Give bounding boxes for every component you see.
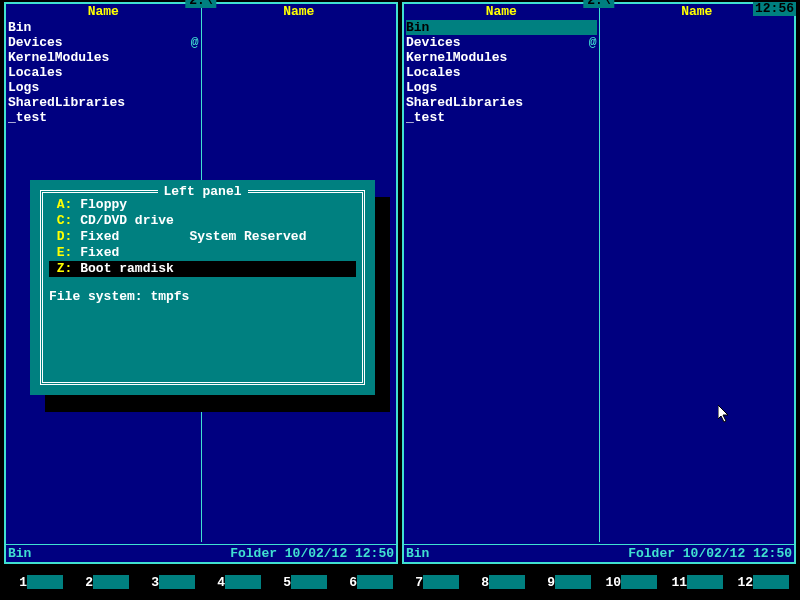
fkey-label <box>753 575 789 589</box>
fkey-10[interactable]: 10 <box>605 575 657 590</box>
fkey-7[interactable]: 7 <box>407 575 459 590</box>
panel-status: BinFolder 10/02/12 12:50 <box>6 544 396 562</box>
fkey-2[interactable]: 2 <box>77 575 129 590</box>
fkey-1[interactable]: 1 <box>11 575 63 590</box>
column-header[interactable]: Name <box>202 4 397 20</box>
fkey-label <box>357 575 393 589</box>
fkey-number: 9 <box>539 575 555 590</box>
fkey-number: 10 <box>605 575 621 590</box>
panel-path[interactable]: 2:\ <box>185 0 216 8</box>
drive-row[interactable]: A: Floppy <box>49 197 356 213</box>
fkey-number: 11 <box>671 575 687 590</box>
list-item[interactable]: Locales <box>406 65 597 80</box>
mouse-cursor-icon <box>718 405 730 423</box>
fkey-label <box>225 575 261 589</box>
list-item[interactable]: KernelModules <box>406 50 597 65</box>
fkey-11[interactable]: 11 <box>671 575 723 590</box>
symlink-mark: @ <box>589 35 597 50</box>
fkey-4[interactable]: 4 <box>209 575 261 590</box>
list-item[interactable]: SharedLibraries <box>406 95 597 110</box>
fkey-label <box>291 575 327 589</box>
fkey-number: 7 <box>407 575 423 590</box>
fkey-9[interactable]: 9 <box>539 575 591 590</box>
list-item[interactable]: Locales <box>8 65 199 80</box>
list-item[interactable]: Devices@ <box>406 35 597 50</box>
fkey-number: 12 <box>737 575 753 590</box>
fkey-number: 4 <box>209 575 225 590</box>
column-header[interactable]: Name <box>6 4 201 20</box>
drive-row[interactable]: E: Fixed <box>49 245 356 261</box>
fkey-label <box>93 575 129 589</box>
fkey-number: 8 <box>473 575 489 590</box>
status-info: Folder 10/02/12 12:50 <box>628 545 792 562</box>
list-item[interactable]: Bin <box>8 20 199 35</box>
symlink-mark: @ <box>191 35 199 50</box>
list-item[interactable]: _test <box>406 110 597 125</box>
column-header[interactable]: Name <box>404 4 599 20</box>
drive-select-dialog: Left panel A: Floppy C: CD/DVD drive D: … <box>30 180 375 395</box>
list-item[interactable]: SharedLibraries <box>8 95 199 110</box>
drive-row[interactable]: C: CD/DVD drive <box>49 213 356 229</box>
fkey-label <box>423 575 459 589</box>
drive-row[interactable]: D: Fixed System Reserved <box>49 229 356 245</box>
fkey-label <box>159 575 195 589</box>
fkey-number: 6 <box>341 575 357 590</box>
fkey-3[interactable]: 3 <box>143 575 195 590</box>
fkey-number: 3 <box>143 575 159 590</box>
list-item[interactable]: _test <box>8 110 199 125</box>
list-item[interactable]: Devices@ <box>8 35 199 50</box>
function-key-bar: 123456789101112 <box>0 574 800 590</box>
panel-status: BinFolder 10/02/12 12:50 <box>404 544 794 562</box>
status-name: Bin <box>8 545 31 562</box>
list-item[interactable]: Logs <box>8 80 199 95</box>
panel-column: Name <box>599 4 795 542</box>
fkey-label <box>555 575 591 589</box>
clock: 12:56 <box>753 2 796 16</box>
fkey-number: 1 <box>11 575 27 590</box>
list-item[interactable]: Bin <box>406 20 597 35</box>
fkey-label <box>621 575 657 589</box>
status-info: Folder 10/02/12 12:50 <box>230 545 394 562</box>
list-item[interactable]: Logs <box>406 80 597 95</box>
status-name: Bin <box>406 545 429 562</box>
fkey-8[interactable]: 8 <box>473 575 525 590</box>
fkey-number: 5 <box>275 575 291 590</box>
fkey-label <box>27 575 63 589</box>
list-item[interactable]: KernelModules <box>8 50 199 65</box>
fkey-5[interactable]: 5 <box>275 575 327 590</box>
panel-path[interactable]: 2:\ <box>583 0 614 8</box>
drive-row[interactable]: Z: Boot ramdisk <box>49 261 356 277</box>
fkey-label <box>489 575 525 589</box>
fkey-12[interactable]: 12 <box>737 575 789 590</box>
fkey-6[interactable]: 6 <box>341 575 393 590</box>
panel-column: NameBinDevices@KernelModulesLocalesLogsS… <box>404 4 599 542</box>
fkey-number: 2 <box>77 575 93 590</box>
right-panel: 2:\12:56NameBinDevices@KernelModulesLoca… <box>402 2 796 564</box>
fkey-label <box>687 575 723 589</box>
filesystem-label: File system: tmpfs <box>43 281 362 312</box>
dialog-title: Left panel <box>157 184 247 199</box>
